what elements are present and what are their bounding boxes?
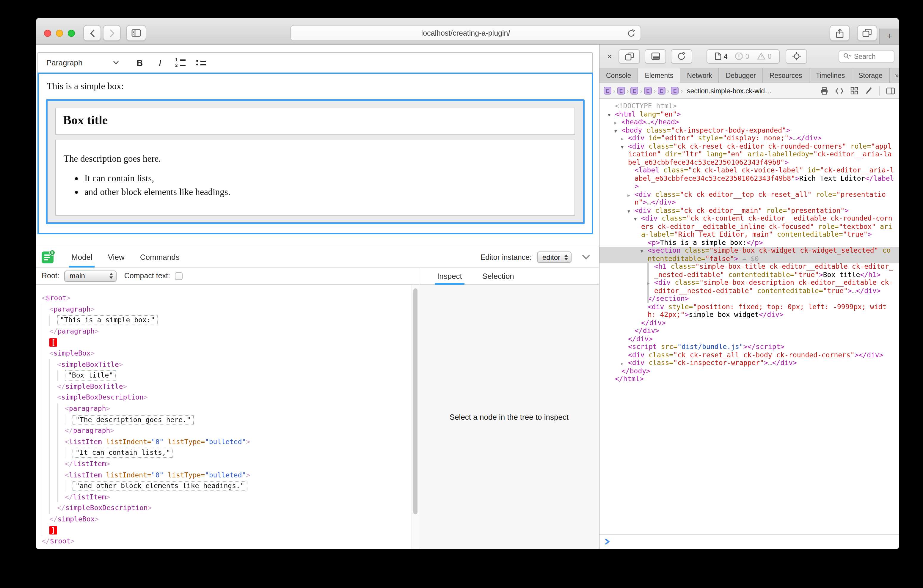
breadcrumb-element-badge[interactable]: E <box>644 87 652 95</box>
tab-overview-button[interactable] <box>857 25 877 41</box>
model-tree-line[interactable]: "The description goes here." <box>42 414 412 425</box>
dom-node[interactable]: ▼<div class="ck ck-editor__main" role="p… <box>604 207 895 215</box>
breadcrumb-element-badge[interactable]: E <box>657 87 665 95</box>
titlebar[interactable]: localhost/creating-a-plugin/ + <box>36 18 899 44</box>
intro-paragraph[interactable]: This is a simple box: <box>47 81 585 92</box>
dom-node[interactable]: ▼<body class="ck-inspector-body-expanded… <box>604 126 895 135</box>
breadcrumb-element-badge[interactable]: E <box>671 87 679 95</box>
dom-node[interactable]: ▼<html lang="en"> <box>604 110 895 118</box>
disclosure-triangle-icon[interactable]: ▼ <box>608 111 611 119</box>
dom-node[interactable]: </section> <box>604 295 895 303</box>
dom-node[interactable]: ▶<div class="ck ck-editor__top ck-reset_… <box>604 191 895 207</box>
dom-node[interactable]: <h1 class="simple-box-title ck-editor__e… <box>604 263 895 279</box>
text-node[interactable]: "It can contain lists," <box>72 448 173 458</box>
dom-node[interactable]: ▶<head>…</head> <box>604 118 895 126</box>
rich-text-editable[interactable]: This is a simple box: Box title The desc… <box>38 72 593 234</box>
dock-to-bottom-button[interactable] <box>645 49 666 63</box>
bullet-item[interactable]: It can contain lists, <box>84 173 567 184</box>
dom-node[interactable]: <!DOCTYPE html> <box>604 102 895 110</box>
tree-scrollbar[interactable] <box>412 285 419 549</box>
minimize-window-button[interactable] <box>56 30 63 37</box>
simple-box-title[interactable]: Box title <box>55 108 575 135</box>
dom-node[interactable]: ▶<div class="simple-box-description ck-e… <box>604 279 895 295</box>
dom-node[interactable]: ▶<div class="ck-inspector-wrapper">…</di… <box>604 359 895 367</box>
dom-node[interactable]: </div> <box>604 327 895 335</box>
model-tree-line[interactable]: <$root> <box>42 292 412 304</box>
text-node[interactable]: "and other block elements like headings.… <box>72 481 247 491</box>
sidebar-toggle-button[interactable] <box>126 25 146 41</box>
dom-node[interactable]: </body> <box>604 367 895 375</box>
grid-layout-icon[interactable] <box>851 87 858 95</box>
disclosure-triangle-icon[interactable]: ▶ <box>614 119 617 127</box>
devtools-tab-storage[interactable]: Storage <box>852 68 890 83</box>
devtools-tab-network[interactable]: Network <box>680 68 719 83</box>
new-tab-button[interactable]: + <box>879 28 899 44</box>
breadcrumb-element-badge[interactable]: E <box>604 87 611 95</box>
model-tree-line[interactable]: <simpleBoxDescription> <box>42 392 412 403</box>
devtools-search-field[interactable] <box>839 50 895 63</box>
model-tree-line[interactable]: </simpleBoxTitle> <box>42 381 412 392</box>
model-tree-line[interactable]: </simpleBox> <box>42 514 412 525</box>
side-tab-inspect[interactable]: Inspect <box>437 267 462 284</box>
code-brackets-icon[interactable] <box>835 87 844 94</box>
disclosure-triangle-icon[interactable]: ▶ <box>647 279 650 287</box>
simple-box-widget[interactable]: Box title The description goes here. It … <box>46 99 585 224</box>
dom-node[interactable]: <div style="position: fixed; top: 0px; l… <box>604 303 895 319</box>
address-bar[interactable]: localhost/creating-a-plugin/ <box>290 25 641 41</box>
dom-node[interactable]: ▼<div class="ck ck-content ck-editor__ed… <box>604 215 895 239</box>
disclosure-triangle-icon[interactable]: ▼ <box>627 207 630 215</box>
model-tree-line[interactable]: <paragraph> <box>42 403 412 414</box>
breadcrumb-current[interactable]: section.simple-box.ck-wid… <box>687 87 772 94</box>
dom-node[interactable]: </html> <box>604 375 895 383</box>
model-tree-line[interactable]: <simpleBox> <box>42 348 412 359</box>
model-tree-line[interactable]: </paragraph> <box>42 425 412 436</box>
italic-button[interactable]: I <box>152 56 168 70</box>
text-node[interactable]: "This is a simple box:" <box>57 315 158 325</box>
details-sidebar-toggle-icon[interactable] <box>886 87 895 94</box>
model-tree-line[interactable]: ] <box>42 525 412 536</box>
disclosure-triangle-icon[interactable]: ▶ <box>627 191 630 199</box>
back-button[interactable] <box>83 25 101 41</box>
inspector-tab-commands[interactable]: Commands <box>140 247 180 267</box>
editor-instance-select[interactable]: editor <box>537 251 572 263</box>
disclosure-triangle-icon[interactable]: ▼ <box>621 143 624 151</box>
model-tree-line[interactable]: <listItem listIndent="0" listType="bulle… <box>42 470 412 480</box>
devtools-tab-console[interactable]: Console <box>599 68 638 83</box>
bold-button[interactable]: B <box>132 56 148 70</box>
disclosure-triangle-icon[interactable]: ▼ <box>614 127 617 135</box>
side-tab-selection[interactable]: Selection <box>482 267 514 284</box>
compact-text-checkbox[interactable] <box>175 272 182 280</box>
search-input[interactable] <box>854 53 889 60</box>
dom-node[interactable]: ▼<div class="ck ck-reset ck-editor ck-ro… <box>604 142 895 166</box>
dom-node[interactable]: <script src="dist/bundle.js"></script> <box>604 343 895 351</box>
text-node[interactable]: "The description goes here." <box>72 415 194 425</box>
inspector-tab-view[interactable]: View <box>108 247 125 267</box>
forward-button[interactable] <box>103 25 121 41</box>
dom-node[interactable]: <p>This is a simple box:</p> <box>604 239 895 247</box>
disclosure-triangle-icon[interactable]: ▼ <box>634 215 637 223</box>
simple-box-description[interactable]: The description goes here. It can contai… <box>55 140 575 216</box>
disclosure-triangle-icon[interactable]: ▼ <box>641 247 643 255</box>
model-tree-line[interactable]: </listItem> <box>42 491 412 503</box>
element-picker-button[interactable] <box>786 49 807 63</box>
numbered-list-button[interactable]: 1 2 <box>172 56 188 70</box>
zoom-window-button[interactable] <box>68 30 75 37</box>
model-tree-line[interactable]: </paragraph> <box>42 326 412 337</box>
breadcrumb-element-badge[interactable]: E <box>617 87 625 95</box>
model-tree-line[interactable]: "It can contain lists," <box>42 447 412 458</box>
model-tree-line[interactable]: <listItem listIndent="0" listType="bulle… <box>42 436 412 447</box>
model-tree-line[interactable]: <paragraph> <box>42 304 412 315</box>
model-tree-line[interactable]: </simpleBoxDescription> <box>42 503 412 514</box>
model-tree-line[interactable]: "and other block elements like headings.… <box>42 480 412 491</box>
bullet-item[interactable]: and other block elements like headings. <box>84 187 567 197</box>
dock-to-window-button[interactable] <box>619 49 640 63</box>
breadcrumb-element-badge[interactable]: E <box>631 87 639 95</box>
model-tree-line[interactable]: <simpleBoxTitle> <box>42 359 412 370</box>
model-tree-line[interactable]: "This is a simple box:" <box>42 315 412 325</box>
paragraph-dropdown[interactable]: Paragraph <box>46 58 119 67</box>
reload-button[interactable] <box>627 29 635 38</box>
collapse-inspector-button[interactable] <box>581 255 591 260</box>
tab-overflow-button[interactable]: » <box>890 68 899 83</box>
scrollbar-thumb[interactable] <box>413 288 417 514</box>
dom-node[interactable]: </div> <box>604 335 895 343</box>
